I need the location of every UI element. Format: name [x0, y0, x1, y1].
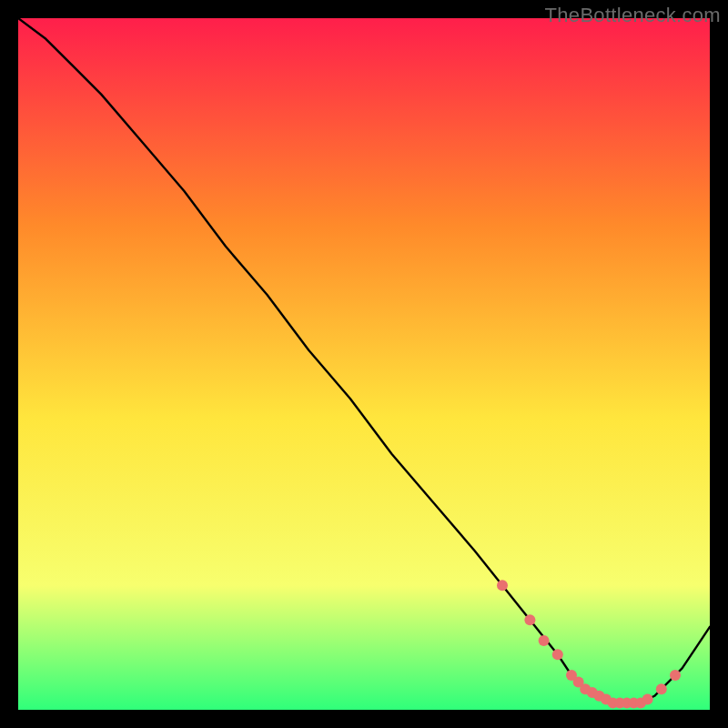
marker-point: [670, 670, 681, 681]
plot-area: [18, 18, 710, 710]
chart-stage: TheBottleneck.com: [0, 0, 728, 728]
marker-point: [539, 635, 550, 646]
gradient-background: [18, 18, 710, 710]
marker-point: [497, 580, 508, 591]
marker-point: [656, 683, 667, 694]
bottleneck-chart: [18, 18, 710, 710]
watermark-label: TheBottleneck.com: [545, 4, 721, 27]
marker-point: [524, 614, 535, 625]
marker-point: [552, 649, 563, 660]
marker-point: [642, 694, 653, 705]
